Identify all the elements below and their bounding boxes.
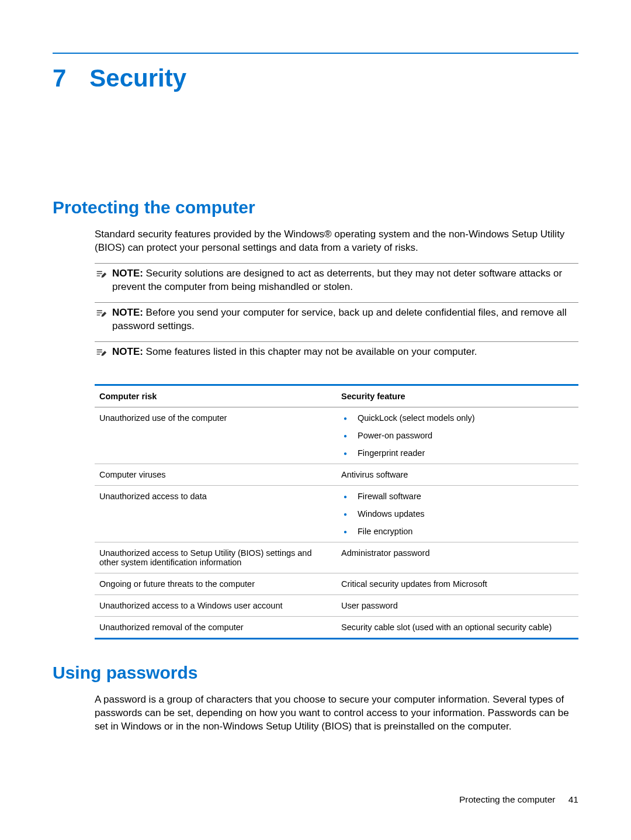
feature-list-item: Power-on password xyxy=(341,431,574,448)
feature-cell: QuickLock (select models only)Power-on p… xyxy=(337,407,578,464)
risk-cell: Unauthorized access to Setup Utility (BI… xyxy=(95,542,337,573)
note-icon-wrap xyxy=(95,268,108,281)
section-heading-protecting: Protecting the computer xyxy=(53,198,578,217)
feature-list-item: Firewall software xyxy=(341,492,574,509)
note-icon-wrap xyxy=(95,307,108,320)
table-row: Unauthorized use of the computerQuickLoc… xyxy=(95,407,578,464)
table-row: Ongoing or future threats to the compute… xyxy=(95,573,578,594)
note-text: NOTE: Security solutions are designed to… xyxy=(112,267,578,294)
note-label: NOTE: xyxy=(112,268,143,279)
note-label: NOTE: xyxy=(112,307,143,318)
section-heading-passwords: Using passwords xyxy=(53,663,578,683)
feature-list-item: File encryption xyxy=(341,527,574,536)
table-row: Unauthorized access to Setup Utility (BI… xyxy=(95,542,578,573)
note-icon xyxy=(95,347,108,359)
note-body: Before you send your computer for servic… xyxy=(112,307,567,331)
note-block: NOTE: Security solutions are designed to… xyxy=(95,263,578,299)
feature-list-item: Fingerprint reader xyxy=(341,448,574,458)
feature-cell: User password xyxy=(337,594,578,616)
feature-cell: Firewall softwareWindows updatesFile enc… xyxy=(337,485,578,542)
table-row: Unauthorized access to dataFirewall soft… xyxy=(95,485,578,542)
risk-cell: Unauthorized access to a Windows user ac… xyxy=(95,594,337,616)
risk-cell: Unauthorized removal of the computer xyxy=(95,616,337,638)
risk-cell: Unauthorized use of the computer xyxy=(95,407,337,464)
risk-cell: Computer viruses xyxy=(95,464,337,485)
feature-cell: Administrator password xyxy=(337,542,578,573)
footer-page-number: 41 xyxy=(568,794,578,804)
table-header-risk: Computer risk xyxy=(95,385,337,407)
chapter-title: Security xyxy=(89,64,186,92)
risk-cell: Ongoing or future threats to the compute… xyxy=(95,573,337,594)
table-row: Unauthorized access to a Windows user ac… xyxy=(95,594,578,616)
section1-paragraph: Standard security features provided by t… xyxy=(95,228,578,255)
feature-cell: Security cable slot (used with an option… xyxy=(337,616,578,638)
note-block: NOTE: Before you send your computer for … xyxy=(95,302,578,338)
table-header-feature: Security feature xyxy=(337,385,578,407)
section2-paragraph: A password is a group of characters that… xyxy=(95,693,578,734)
page-footer: Protecting the computer 41 xyxy=(459,794,578,805)
note-text: NOTE: Before you send your computer for … xyxy=(112,306,578,333)
note-label: NOTE: xyxy=(112,346,143,357)
chapter-number: 7 xyxy=(53,64,66,92)
feature-list: Firewall softwareWindows updatesFile enc… xyxy=(341,492,574,536)
feature-list-item: QuickLock (select models only) xyxy=(341,413,574,431)
note-icon xyxy=(95,307,108,320)
note-body: Some features listed in this chapter may… xyxy=(143,346,477,357)
feature-list-item: Windows updates xyxy=(341,509,574,527)
note-block: NOTE: Some features listed in this chapt… xyxy=(95,341,578,364)
feature-cell: Critical security updates from Microsoft xyxy=(337,573,578,594)
chapter-heading: 7 Security xyxy=(53,64,578,92)
note-body: Security solutions are designed to act a… xyxy=(112,268,562,292)
risk-cell: Unauthorized access to data xyxy=(95,485,337,542)
footer-section-name: Protecting the computer xyxy=(459,794,556,804)
note-text: NOTE: Some features listed in this chapt… xyxy=(112,345,578,359)
note-icon xyxy=(95,268,108,281)
table-row: Unauthorized removal of the computerSecu… xyxy=(95,616,578,638)
risk-feature-table: Computer risk Security feature Unauthori… xyxy=(95,384,578,639)
feature-cell: Antivirus software xyxy=(337,464,578,485)
note-icon-wrap xyxy=(95,347,108,359)
feature-list: QuickLock (select models only)Power-on p… xyxy=(341,413,574,458)
table-row: Computer virusesAntivirus software xyxy=(95,464,578,485)
